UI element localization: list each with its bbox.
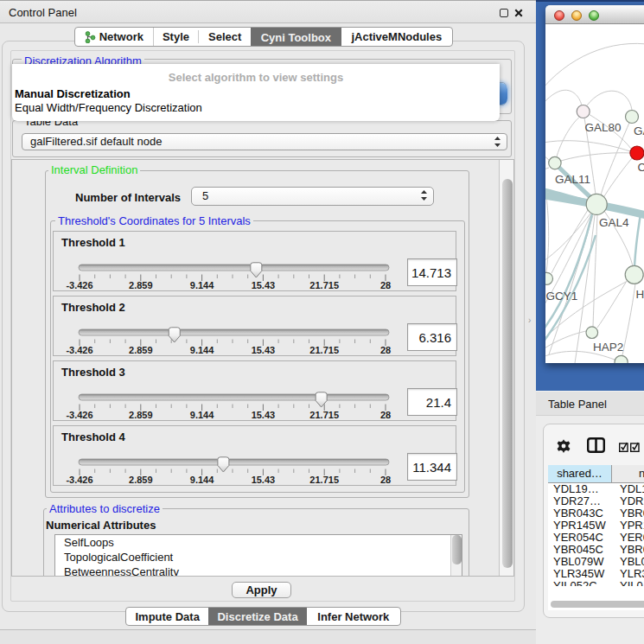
svg-text:GAL4: GAL4 <box>599 216 629 229</box>
svg-text:21.715: 21.715 <box>309 345 339 355</box>
svg-text:28: 28 <box>380 345 391 355</box>
svg-text:9.144: 9.144 <box>190 410 214 420</box>
svg-text:9.144: 9.144 <box>190 475 214 485</box>
svg-text:28: 28 <box>380 280 391 290</box>
svg-text:21.715: 21.715 <box>309 475 339 485</box>
svg-text:-3.426: -3.426 <box>66 280 92 290</box>
svg-text:28: 28 <box>380 410 391 420</box>
svg-text:2.859: 2.859 <box>129 280 153 290</box>
svg-text:GCY1: GCY1 <box>546 290 578 303</box>
svg-text:15.43: 15.43 <box>252 410 276 420</box>
svg-text:9.144: 9.144 <box>190 280 214 290</box>
svg-text:GAL11: GAL11 <box>555 173 590 186</box>
svg-text:GAL80: GAL80 <box>585 121 622 134</box>
svg-text:GA: GA <box>634 124 644 137</box>
svg-text:21.715: 21.715 <box>309 410 339 420</box>
svg-text:-3.426: -3.426 <box>66 410 92 420</box>
svg-text:-3.426: -3.426 <box>66 345 92 355</box>
svg-text:C: C <box>638 161 644 174</box>
svg-text:21.715: 21.715 <box>309 280 339 290</box>
svg-text:H: H <box>636 288 644 301</box>
svg-text:2.859: 2.859 <box>129 410 153 420</box>
svg-text:HAP2: HAP2 <box>593 341 623 354</box>
svg-text:15.43: 15.43 <box>252 345 276 355</box>
svg-text:28: 28 <box>380 475 391 485</box>
svg-text:-3.426: -3.426 <box>66 475 92 485</box>
svg-text:15.43: 15.43 <box>252 280 276 290</box>
svg-text:9.144: 9.144 <box>190 345 214 355</box>
svg-text:15.43: 15.43 <box>252 475 276 485</box>
svg-text:2.859: 2.859 <box>129 475 153 485</box>
svg-text:2.859: 2.859 <box>129 345 153 355</box>
